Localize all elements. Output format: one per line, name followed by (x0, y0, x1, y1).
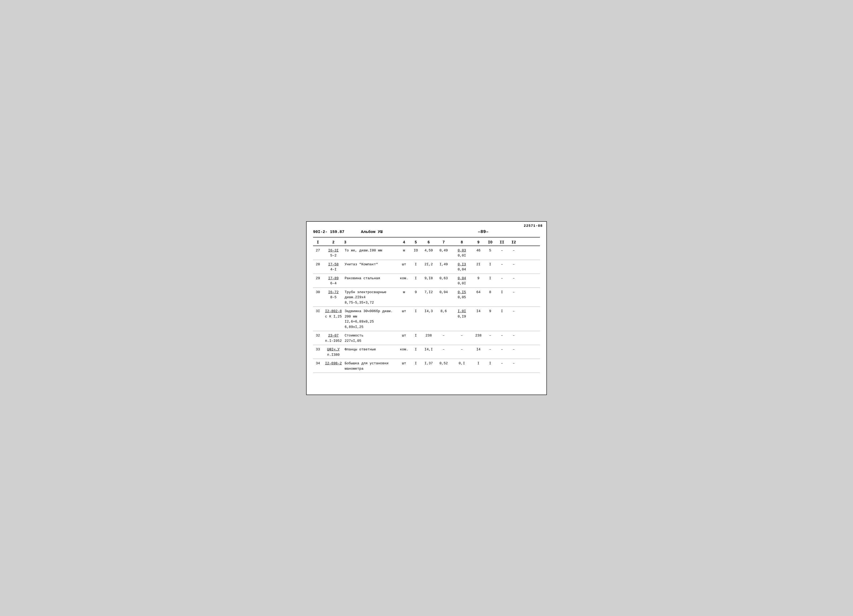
cell-row2-col7: 0,63 (436, 276, 451, 281)
cell-row4-col7: 8,6 (436, 309, 451, 314)
cell-row6-col1: 33 (313, 347, 323, 352)
col-hdr-9: 9 (472, 240, 484, 244)
cell-row6-col9: I4 (472, 347, 484, 352)
col-hdr-5: 5 (410, 240, 421, 244)
col-hdr-1: I (313, 240, 323, 244)
cell-row7-col12: – (508, 361, 520, 366)
cell-row5-col1: 32 (313, 333, 323, 338)
cell-row1-col9: 2I (472, 262, 484, 267)
cell-row3-col1: 30 (313, 290, 323, 295)
cell-row4-col2: I2–802–8 с К I,25 (323, 309, 344, 319)
cell-row7-col3: Бобышка для установкиманометра (344, 361, 398, 371)
cell-row6-col11: – (496, 347, 508, 352)
cell-row0-col4: м (398, 248, 410, 253)
cell-row3-col5: 9 (410, 290, 421, 295)
table-row: 28 I7–58 4–I Унитаз "Компакт"штI2I,2I,49… (313, 260, 540, 274)
cell-row0-col12: – (508, 248, 520, 253)
cell-row5-col6: 238 (421, 333, 436, 338)
col-hdr-8: 8 (451, 240, 472, 244)
page-number: 22571-08 (524, 224, 543, 228)
album-label: Альбом УШ (353, 230, 418, 234)
cell-row4-col8: I,0I 0,I9 (451, 309, 472, 319)
cell-row3-col2: I6–72 8–5 (323, 290, 344, 300)
cell-row5-col8: – (451, 333, 472, 338)
cell-row7-col1: 34 (313, 361, 323, 366)
cell-row6-col12: – (508, 347, 520, 352)
cell-row1-col2: I7–58 4–I (323, 262, 344, 272)
cell-row2-col1: 29 (313, 276, 323, 281)
cell-row2-col12: – (508, 276, 520, 281)
table-row: 32 23–07 п.I–I052 Стоимость227xI,05штI23… (313, 331, 540, 345)
cell-row4-col12: – (508, 309, 520, 314)
header-row: 90I-2- 159.87 Альбом УШ –89– (313, 226, 540, 238)
col-hdr-6: 6 (421, 240, 436, 244)
cell-row0-col5: IO (410, 248, 421, 253)
cell-row3-col8: 0,I5 0,05 (451, 290, 472, 300)
cell-row0-col2: I6–3I 5–2 (323, 248, 344, 258)
cell-row5-col11: – (496, 333, 508, 338)
table-row: 34 I2–698–2 Бобышка для установкиманомет… (313, 359, 540, 373)
cell-row5-col5: I (410, 333, 421, 338)
cell-row4-col11: I (496, 309, 508, 314)
cell-row5-col4: шт (398, 333, 410, 338)
cell-row7-col11: – (496, 361, 508, 366)
cell-row6-col2: ЦѲIч.У п.I380 (323, 347, 344, 357)
cell-row1-col11: – (496, 262, 508, 267)
document-page: 22571-08 90I-2- 159.87 Альбом УШ –89– I … (306, 221, 547, 395)
cell-row0-col9: 46 (472, 248, 484, 253)
cell-row5-col12: – (508, 333, 520, 338)
cell-row2-col6: 9,I8 (421, 276, 436, 281)
col-hdr-2: 2 (323, 240, 344, 244)
page-label: –89– (426, 229, 540, 234)
cell-row2-col2: I7–89 6–4 (323, 276, 344, 286)
cell-row6-col5: I (410, 347, 421, 352)
cell-row1-col12: – (508, 262, 520, 267)
cell-row1-col6: 2I,2 (421, 262, 436, 267)
cell-row7-col8: 0,I (451, 361, 472, 366)
cell-row7-col7: 0,52 (436, 361, 451, 366)
table-row: 27 I6–3I 5–2 То же, диам.I00 мммIO4,590,… (313, 246, 540, 260)
cell-row6-col8: – (451, 347, 472, 352)
cell-row0-col7: 0,49 (436, 248, 451, 253)
cell-row6-col4: ком. (398, 347, 410, 352)
cell-row2-col11: – (496, 276, 508, 281)
cell-row0-col6: 4,59 (421, 248, 436, 253)
cell-row5-col3: Стоимость227xI,05 (344, 333, 398, 343)
cell-row7-col6: I,37 (421, 361, 436, 366)
cell-row7-col5: I (410, 361, 421, 366)
cell-row1-col4: шт (398, 262, 410, 267)
cell-row3-col10: 8 (484, 290, 496, 295)
cell-row3-col6: 7,I2 (421, 290, 436, 295)
cell-row0-col3: То же, диам.I00 мм (344, 248, 398, 253)
cell-row1-col7: I,49 (436, 262, 451, 267)
cell-row7-col4: шт (398, 361, 410, 366)
cell-row5-col7: – (436, 333, 451, 338)
cell-row3-col11: I (496, 290, 508, 295)
cell-row6-col7: – (436, 347, 451, 352)
cell-row7-col9: I (472, 361, 484, 366)
cell-row6-col3: Фланцы ответные (344, 347, 398, 352)
table-row: 33 ЦѲIч.У п.I380 Фланцы ответныеком.II4,… (313, 345, 540, 359)
cell-row2-col9: 9 (472, 276, 484, 281)
cell-row0-col8: 0,03 0,0I (451, 248, 472, 258)
table-row: 29 I7–89 6–4 Раковина стальнаяком.I9,I80… (313, 274, 540, 288)
table-row: 30 I6–72 8–5 Трубн электросварныедиам.2I… (313, 288, 540, 307)
cell-row6-col10: – (484, 347, 496, 352)
cell-row4-col9: I4 (472, 309, 484, 314)
cell-row1-col3: Унитаз "Компакт" (344, 262, 398, 267)
cell-row1-col8: 0,I3 0,04 (451, 262, 472, 272)
cell-row4-col3: Задвижка 30ч906бр диам.200 ммI2,6+6,89x0… (344, 309, 398, 329)
cell-row2-col4: ком. (398, 276, 410, 281)
cell-row3-col3: Трубн электросварныедиам.2I9x48,75–5,35+… (344, 290, 398, 305)
cell-row4-col6: I4,3 (421, 309, 436, 314)
cell-row3-col9: 64 (472, 290, 484, 295)
data-rows: 27 I6–3I 5–2 То же, диам.I00 мммIO4,590,… (313, 246, 540, 373)
cell-row5-col9: 238 (472, 333, 484, 338)
cell-row2-col8: 0,04 0,0I (451, 276, 472, 286)
cell-row2-col5: I (410, 276, 421, 281)
table-row: 3I I2–802–8 с К I,25 Задвижка 30ч906бр д… (313, 307, 540, 331)
cell-row1-col1: 28 (313, 262, 323, 267)
col-hdr-11: II (496, 240, 508, 244)
cell-row4-col5: I (410, 309, 421, 314)
cell-row3-col12: – (508, 290, 520, 295)
